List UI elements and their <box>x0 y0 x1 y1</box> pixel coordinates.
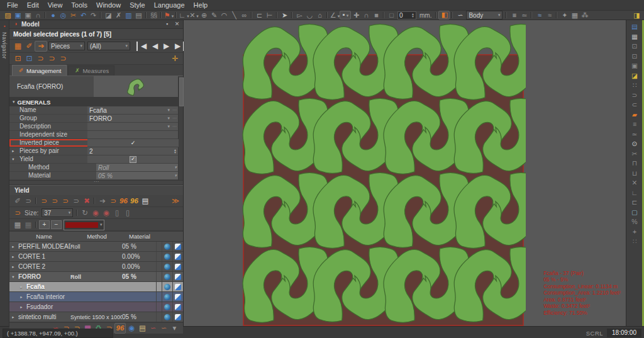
paint-icon[interactable] <box>175 254 181 260</box>
first-piece-icon[interactable]: ◀ <box>136 42 149 51</box>
paint-cell[interactable] <box>172 302 183 312</box>
field-value[interactable]: ▾⋯ <box>87 123 179 130</box>
lock-piece-icon[interactable]: ⊡ <box>12 54 23 64</box>
menu-tools[interactable]: Tools <box>67 1 92 9</box>
field-value[interactable] <box>87 131 179 138</box>
export-nest-icon[interactable]: ▰ <box>630 111 639 119</box>
column-material[interactable]: Material <box>123 233 157 240</box>
paint-cell[interactable] <box>172 282 183 291</box>
chevron-down-icon[interactable]: ▾ <box>167 124 170 129</box>
filter-select[interactable]: (All)▾ <box>87 42 130 50</box>
field-value[interactable]: ✓ <box>87 155 179 163</box>
menu-edit[interactable]: Edit <box>23 1 43 9</box>
sole2-icon[interactable]: ≃ <box>630 130 639 138</box>
rotate180-icon[interactable]: ⊃ <box>57 54 69 64</box>
paint-cell[interactable] <box>172 312 183 322</box>
paint-icon[interactable] <box>175 294 181 300</box>
shoe-icon[interactable]: ∽ <box>455 11 465 20</box>
shoe2-icon[interactable]: ∽ <box>148 324 158 333</box>
refresh-size-icon[interactable]: ↻ <box>79 208 90 218</box>
angle-icon[interactable]: ∠▾ <box>330 11 340 20</box>
clipboard-icon[interactable]: ▤ <box>137 324 147 333</box>
field-value[interactable]: ✓ <box>87 139 179 147</box>
pieces-grid-icon[interactable]: ▦ <box>12 42 23 51</box>
collapse-icon[interactable]: ▾ <box>13 99 15 104</box>
lock-add-icon[interactable]: ✛ <box>169 54 180 64</box>
shoe3-icon[interactable]: ∽ <box>158 324 169 333</box>
recalc-icon[interactable] <box>164 284 170 290</box>
handle-icon[interactable]: ⊢ <box>264 11 274 20</box>
snap-icon[interactable]: ▪▾ <box>340 11 351 20</box>
expander-icon[interactable]: ▸ <box>9 244 17 249</box>
redo-icon[interactable]: ↷ <box>88 11 98 20</box>
target-size-icon[interactable]: ◉ <box>90 208 101 218</box>
globe-icon[interactable]: ◉ <box>126 324 136 333</box>
recalc-cell[interactable] <box>162 312 172 322</box>
table-row[interactable]: ▸Fsudador <box>9 302 183 312</box>
arc2-icon[interactable]: ◡ <box>304 11 314 20</box>
region-icon[interactable]: ■ <box>371 11 381 20</box>
calendar-icon[interactable]: ▦ <box>630 33 639 41</box>
bulb-icon[interactable]: ⊙ <box>630 140 639 148</box>
panel-splitter[interactable]: ⋯ <box>9 180 183 185</box>
flip-v-icon[interactable]: ⊃ <box>46 54 57 64</box>
column-name[interactable]: Name <box>17 233 71 240</box>
nesting-canvas-area[interactable]: Fcaña - 37 (Pair)05 % - 5%Consumption_Li… <box>184 20 626 326</box>
flatten2-icon[interactable]: ≡ <box>630 120 639 128</box>
recalc-icon[interactable] <box>164 254 170 260</box>
ruler-icon[interactable]: ⊏ <box>630 198 639 206</box>
anchor-icon[interactable]: ⌂ <box>314 11 325 20</box>
expander-icon[interactable]: ▸ <box>18 295 25 300</box>
sole-blue-icon[interactable]: ≈ <box>534 11 544 20</box>
ellipsis-button[interactable]: ⋯ <box>172 108 177 113</box>
more-icon[interactable]: ▾ <box>169 324 179 333</box>
arrow-dim-icon[interactable]: ➔ <box>97 196 108 206</box>
recalc-cell[interactable] <box>162 242 172 251</box>
rotate-icon[interactable]: ∩ <box>361 11 371 20</box>
cursor-icon[interactable]: ➤ <box>279 11 289 20</box>
paint-icon[interactable] <box>175 314 181 320</box>
unlock-piece-icon[interactable]: ⊡ <box>23 54 35 64</box>
paint-cell[interactable] <box>172 292 183 301</box>
project-icon[interactable]: ▤ <box>630 23 639 31</box>
scrollbar-thumb[interactable] <box>179 77 184 106</box>
recalc-cell[interactable] <box>162 272 172 281</box>
expander-icon[interactable]: ▸ <box>9 147 17 155</box>
select-arrow-icon[interactable]: ▻ <box>294 11 304 20</box>
pieces-select[interactable]: Pieces▾ <box>48 42 85 50</box>
scissors-icon[interactable]: ✂ <box>630 150 639 158</box>
paint-icon[interactable] <box>175 274 181 280</box>
expander-icon[interactable]: ▸ <box>9 264 17 269</box>
table-row[interactable]: ▾FORRORoll05 % <box>9 272 183 282</box>
ellipsis-button[interactable]: ⋯ <box>172 116 177 121</box>
puzzle-icon[interactable]: ∷ <box>630 81 639 89</box>
prev-piece-icon[interactable]: ◀ <box>149 42 160 51</box>
pin-tool-icon[interactable]: ⚑▾ <box>164 11 174 20</box>
nest-dim-icon[interactable]: ⊃ <box>70 196 81 206</box>
table-row[interactable]: ▸Fcaña <box>9 282 183 292</box>
chevron-down-icon[interactable]: ▾ <box>167 108 170 113</box>
flatten-icon[interactable]: ≡ <box>509 11 519 20</box>
doc-size-icon[interactable]: ▯ <box>111 208 122 218</box>
field-value[interactable]: 05 %▾ <box>96 172 179 179</box>
generals-section-header[interactable]: ▾ GENERALS <box>9 98 183 106</box>
chevron-down-icon[interactable]: ▾ <box>174 173 177 178</box>
table-row[interactable]: ▸CORTE 20.00% <box>9 262 183 272</box>
paint-cell[interactable] <box>172 262 183 271</box>
link-icon[interactable]: ∞ <box>239 11 249 20</box>
plus-icon[interactable]: + <box>630 228 639 236</box>
menu-language[interactable]: Language <box>150 1 189 9</box>
curve1-icon[interactable]: ⊃ <box>630 91 639 99</box>
menu-style[interactable]: Style <box>125 1 149 9</box>
spinner-arrows-icon[interactable]: ▲▼ <box>411 13 414 18</box>
corner-tool-icon[interactable]: ∟▾ <box>179 11 189 20</box>
paint-icon[interactable] <box>175 304 181 310</box>
last-piece-icon[interactable]: ▶ <box>172 42 184 51</box>
box-icon[interactable]: ▢ <box>630 208 639 217</box>
delete-brush-icon[interactable]: ✗ <box>113 11 123 20</box>
chevron-down-icon[interactable]: ▾ <box>174 165 177 170</box>
nest-export-icon[interactable]: ⊃ <box>38 196 49 206</box>
field-value[interactable]: Fcaña▾⋯ <box>87 106 179 114</box>
move-icon[interactable]: ✚ <box>351 11 361 20</box>
paint-icon[interactable] <box>175 244 181 250</box>
